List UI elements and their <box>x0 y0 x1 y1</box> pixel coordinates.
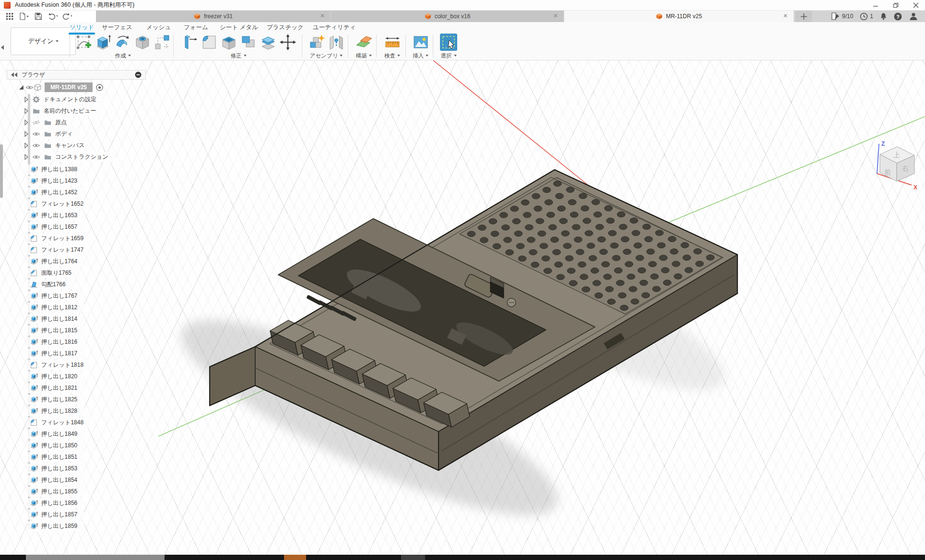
view-cube[interactable]: 上 前 右 Z X <box>869 140 923 192</box>
timeline-feature-row[interactable]: 押し出し1812 <box>28 302 84 313</box>
insert-canvas-tool[interactable] <box>412 34 429 51</box>
eye-icon[interactable] <box>32 153 40 161</box>
document-tab[interactable]: color_box v16 ✕ <box>331 11 564 22</box>
collapse-panel-icon[interactable] <box>11 72 18 77</box>
notifications-button[interactable]: 1 <box>860 12 873 21</box>
new-tab-button[interactable] <box>795 11 812 22</box>
timeline-feature-row[interactable]: フィレット1747 <box>28 245 90 255</box>
timeline-feature-row[interactable]: 押し出し1853 <box>28 463 84 474</box>
browser-folder-row[interactable]: コンストラクション <box>22 152 115 162</box>
save-icon[interactable] <box>34 12 43 21</box>
timeline-feature-row[interactable]: 押し出し1820 <box>28 371 84 382</box>
combine-tool[interactable] <box>240 34 257 51</box>
browser-folder-row[interactable]: 原点 <box>22 117 73 128</box>
model-canvas[interactable] <box>0 60 925 560</box>
ribbon-tab[interactable]: ユーティリティ <box>313 23 356 33</box>
ribbon-tab[interactable]: フォーム <box>184 23 208 33</box>
activate-component-radio[interactable] <box>95 83 104 92</box>
expand-closed-icon[interactable] <box>22 130 30 138</box>
browser-panel-header[interactable]: ブラウザ <box>7 70 146 80</box>
fillet-tool[interactable] <box>201 34 218 51</box>
timeline-feature-row[interactable]: 押し出し1855 <box>28 486 84 497</box>
timeline-feature-row[interactable]: 押し出し1815 <box>28 325 84 336</box>
select-tool[interactable] <box>440 34 457 51</box>
timeline-feature-row[interactable]: 押し出し1851 <box>28 452 84 462</box>
timeline-feature-row[interactable]: 押し出し1452 <box>28 187 84 198</box>
alerts-bell-button[interactable] <box>880 12 887 20</box>
construction-plane-tool[interactable] <box>355 34 372 51</box>
expand-closed-icon[interactable] <box>22 141 30 150</box>
timeline-feature-row[interactable]: フィレット1659 <box>28 233 90 244</box>
ribbon-tab[interactable]: メッシュ <box>146 23 171 33</box>
modify-group-dropdown[interactable]: 修正 <box>231 52 247 59</box>
timeline-feature-row[interactable]: 押し出し1767 <box>28 291 84 301</box>
minimize-button[interactable] <box>868 0 883 10</box>
viewcube-right-label[interactable]: 右 <box>902 164 909 172</box>
assemble-group-dropdown[interactable]: アセンブリ <box>310 52 343 59</box>
ribbon-tab[interactable]: サーフェス <box>102 23 132 33</box>
timeline-feature-row[interactable]: 押し出し1854 <box>28 475 84 485</box>
document-tab[interactable]: MR-11DR v25 ✕ <box>564 11 794 22</box>
help-button[interactable]: ? <box>894 12 902 21</box>
eye-icon[interactable] <box>32 130 40 138</box>
timeline-feature-row[interactable]: 勾配1766 <box>28 279 72 290</box>
new-component-tool[interactable] <box>308 34 325 51</box>
hole-tool[interactable] <box>134 34 151 51</box>
timeline-feature-row[interactable]: 押し出し1814 <box>28 314 84 324</box>
timeline-feature-row[interactable]: 押し出し1859 <box>28 521 84 531</box>
eye-off-icon[interactable] <box>32 118 40 127</box>
create-sketch-tool[interactable] <box>75 34 92 51</box>
timeline-feature-row[interactable]: 押し出し1423 <box>28 175 84 186</box>
timeline-feature-row[interactable]: 押し出し1817 <box>28 348 84 359</box>
panel-collapse-icon[interactable] <box>1 45 4 50</box>
timeline-feature-row[interactable]: 押し出し1816 <box>28 337 84 347</box>
ribbon-tab[interactable]: シート メタル <box>220 23 258 33</box>
ribbon-tab[interactable]: ソリッド <box>70 23 94 33</box>
timeline-feature-row[interactable]: 押し出し1857 <box>28 509 84 520</box>
expand-closed-icon[interactable] <box>22 118 30 127</box>
undo-icon[interactable] <box>48 12 58 21</box>
user-avatar[interactable] <box>909 12 918 21</box>
close-tab-icon[interactable]: ✕ <box>782 12 789 19</box>
job-status-button[interactable]: 9/10 <box>831 12 853 20</box>
eye-icon[interactable] <box>25 83 34 92</box>
timeline-feature-row[interactable]: 押し出し1856 <box>28 498 84 508</box>
file-menu-icon[interactable] <box>19 12 29 21</box>
timeline-feature-row[interactable]: フィレット1818 <box>28 360 90 370</box>
revolve-tool[interactable] <box>114 34 131 51</box>
redo-icon[interactable] <box>62 12 72 21</box>
measure-tool[interactable] <box>384 34 401 51</box>
timeline-feature-row[interactable]: 押し出し1764 <box>28 256 84 267</box>
document-tab[interactable]: freezer v31 ✕ <box>96 11 331 22</box>
timeline-feature-row[interactable]: 押し出し1657 <box>28 222 84 232</box>
ribbon-tab[interactable]: プラスチック <box>267 23 304 33</box>
expand-closed-icon[interactable] <box>22 95 30 104</box>
inspect-group-dropdown[interactable]: 検査 <box>384 52 400 59</box>
browser-folder-row[interactable]: ドキュメントの設定 <box>22 94 103 105</box>
browser-scrollbar[interactable] <box>0 144 3 198</box>
close-tab-icon[interactable]: ✕ <box>319 12 326 19</box>
shell-tool[interactable] <box>220 34 237 51</box>
eye-icon[interactable] <box>32 141 40 150</box>
hide-panel-icon[interactable] <box>135 71 142 78</box>
viewcube-front-label[interactable]: 前 <box>884 168 891 176</box>
3d-viewport[interactable]: 上 前 右 Z X ブラウザ MR-11DR v25 ドキュメントの設定 <box>0 60 925 560</box>
timeline-feature-row[interactable]: 押し出し1828 <box>28 406 84 416</box>
app-grid-menu-icon[interactable] <box>5 12 14 21</box>
timeline-feature-row[interactable]: 押し出し1388 <box>28 164 84 175</box>
insert-group-dropdown[interactable]: 挿入 <box>413 52 428 59</box>
timeline-feature-row[interactable]: 押し出し1821 <box>28 383 84 393</box>
expand-closed-icon[interactable] <box>22 107 30 115</box>
extrude-tool[interactable] <box>95 34 112 51</box>
press-pull-tool[interactable] <box>181 34 198 51</box>
browser-root-item[interactable]: MR-11DR v25 <box>17 82 104 93</box>
viewcube-top-label[interactable]: 上 <box>893 151 900 159</box>
create-group-dropdown[interactable]: 作成 <box>115 52 131 59</box>
browser-folder-row[interactable]: ボディ <box>22 128 80 139</box>
offset-face-tool[interactable] <box>260 34 277 51</box>
close-tab-icon[interactable]: ✕ <box>552 12 559 19</box>
timeline-feature-row[interactable]: フィレット1652 <box>28 198 90 209</box>
timeline-feature-row[interactable]: 押し出し1850 <box>28 440 84 451</box>
timeline-feature-row[interactable]: 押し出し1653 <box>28 210 84 221</box>
expand-closed-icon[interactable] <box>22 153 30 161</box>
